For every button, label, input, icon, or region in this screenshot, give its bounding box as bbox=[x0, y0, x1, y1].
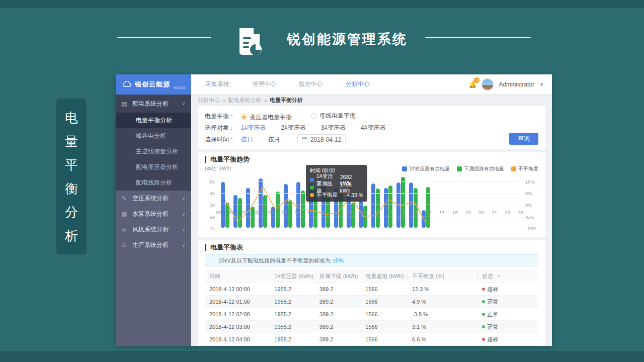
chart-unit-label: (单位: kWh) bbox=[205, 165, 231, 172]
sidebar-item-主进线需量分析[interactable]: 主进线需量分析 bbox=[116, 144, 191, 159]
status-text: 超标 bbox=[487, 286, 498, 293]
y-right-tick: -10% bbox=[525, 226, 536, 231]
app-window: 锐创云能源 V2.0.0 采集系统管理中心监控中心分析中心 🔔9 Adminis… bbox=[116, 74, 552, 346]
table-cell-sub: 389.2 bbox=[315, 311, 361, 318]
radio-变压器电量平衡[interactable]: 变压器电量平衡 bbox=[241, 113, 292, 122]
topnav-item[interactable]: 分析中心 bbox=[346, 80, 370, 88]
breadcrumb-item[interactable]: 配电系统分析 bbox=[228, 97, 261, 104]
sidebar-item-配电线路分析[interactable]: 配电线路分析 bbox=[116, 175, 191, 191]
x-tick-label: 08 bbox=[317, 210, 330, 215]
sidebar-group-空压系统分析[interactable]: ✎空压系统分析∨ bbox=[116, 191, 191, 206]
chart-legend: 1#变压器有功电量下属线路有功电量不平衡度 bbox=[402, 165, 538, 172]
tooltip-marker bbox=[310, 178, 314, 182]
time-mode-按日[interactable]: 按日 bbox=[241, 136, 253, 143]
table-row: 2018-4-12 02:001955.2389.21566-3.8 %正常 bbox=[205, 308, 538, 321]
vertical-label-char: 平 bbox=[65, 158, 78, 171]
clock-icon: ◎ bbox=[122, 226, 128, 233]
radio-dot bbox=[311, 113, 317, 119]
top-band bbox=[0, 0, 644, 8]
breadcrumb-item: 电量平衡分析 bbox=[270, 97, 303, 104]
gridline bbox=[219, 217, 520, 217]
table-cell-transformer: 1955.2 bbox=[270, 286, 315, 293]
y-right-tick: 5% bbox=[525, 191, 532, 196]
query-button[interactable]: 查询 bbox=[509, 133, 538, 145]
gridline bbox=[219, 205, 520, 205]
status-text: 正常 bbox=[487, 299, 498, 305]
status-text: 正常 bbox=[487, 324, 498, 330]
topnav-item[interactable]: 管理中心 bbox=[252, 80, 276, 88]
object-option-4#变压器[interactable]: 4#变压器 bbox=[361, 124, 385, 131]
table-cell-time: 2018-4-12 03:00 bbox=[205, 324, 270, 330]
table-cell-transformer: 1955.2 bbox=[270, 299, 315, 305]
topnav-item[interactable]: 监控中心 bbox=[299, 80, 323, 88]
legend-swatch bbox=[457, 166, 462, 171]
bottom-band bbox=[0, 351, 644, 362]
legend-item-不平衡度[interactable]: 不平衡度 bbox=[511, 165, 538, 172]
tooltip-label: 不平衡度 bbox=[316, 192, 338, 199]
chevron-down-icon: ∨ bbox=[182, 243, 185, 248]
table-cell-time: 2018-4-12 02:00 bbox=[205, 311, 270, 318]
filter-row-object: 选择对象： 1#变压器2#变压器3#变压器4#变压器 bbox=[205, 123, 538, 133]
sidebar-item-电量平衡分析[interactable]: 电量平衡分析 bbox=[116, 113, 191, 128]
sidebar-group-风机系统分析[interactable]: ◎风机系统分析∨ bbox=[116, 222, 191, 237]
table-row: 2018-4-12 03:001955.2389.215663.1 %正常 bbox=[205, 321, 538, 333]
notification-bell-icon[interactable]: 🔔9 bbox=[468, 80, 476, 88]
table-header-cell: 不平衡度 (%) bbox=[408, 273, 477, 280]
sidebar-item-峰谷电分析[interactable]: 峰谷电分析 bbox=[116, 128, 191, 144]
radio-label: 母线电量平衡 bbox=[319, 112, 356, 120]
x-tick-label: 14 bbox=[396, 210, 409, 215]
table-icon: ▦ bbox=[122, 211, 128, 217]
date-picker-input[interactable]: 2018-04-12 bbox=[297, 134, 346, 145]
x-tick-label: 17 bbox=[435, 210, 448, 215]
sidebar-item-配电变压器分析[interactable]: 配电变压器分析 bbox=[116, 159, 191, 175]
legend-item-下属线路有功电量[interactable]: 下属线路有功电量 bbox=[457, 165, 504, 172]
table-cell-diff: 1566 bbox=[361, 299, 408, 305]
table-header-cell[interactable]: 状态▼ bbox=[477, 273, 538, 280]
table-cell-status: 正常 bbox=[477, 324, 538, 330]
sidebar-group-生产系统分析[interactable]: ⚠生产系统分析∨ bbox=[116, 237, 191, 253]
notification-badge: 9 bbox=[474, 77, 479, 83]
sort-chevron-down-icon[interactable]: ▼ bbox=[497, 273, 500, 280]
chevron-down-icon: ∨ bbox=[182, 101, 185, 106]
sidebar-group-水泵系统分析[interactable]: ▦水泵系统分析∨ bbox=[116, 206, 191, 222]
table-title: 电量平衡表 bbox=[205, 244, 538, 251]
cloud-icon bbox=[123, 80, 131, 88]
sidebar: ▤配电系统分析∨电量平衡分析峰谷电分析主进线需量分析配电变压器分析配电线路分析✎… bbox=[116, 95, 191, 346]
object-option-2#变压器[interactable]: 2#变压器 bbox=[281, 124, 305, 131]
table-cell-unbalance: 4.9 % bbox=[408, 299, 477, 305]
object-option-1#变压器[interactable]: 1#变压器 bbox=[241, 124, 266, 131]
breadcrumb-item[interactable]: 分析中心 bbox=[198, 97, 220, 104]
radio-label: 变压器电量平衡 bbox=[250, 113, 292, 122]
x-tick-label: 09 bbox=[330, 210, 343, 215]
table-cell-diff: 1566 bbox=[361, 286, 408, 293]
y-right-tick: 10% bbox=[525, 178, 535, 184]
x-tick-label: 13 bbox=[383, 210, 396, 215]
user-menu-chevron-down-icon[interactable]: ▼ bbox=[539, 82, 544, 87]
legend-item-1#变压器有功电量[interactable]: 1#变压器有功电量 bbox=[402, 165, 450, 172]
table-cell-sub: 389.2 bbox=[315, 324, 361, 330]
chart-tooltip: 时间 08:00 1#变压器2682 kWh下属线路1766 kWh不平衡度-4… bbox=[306, 165, 367, 202]
topnav-item[interactable]: 采集系统 bbox=[205, 80, 229, 88]
table-row: 2018-4-12 00:001955.2389.2156612.3 %超标 bbox=[205, 283, 538, 296]
object-option-3#变压器[interactable]: 3#变压器 bbox=[321, 124, 346, 131]
user-avatar[interactable] bbox=[481, 78, 494, 90]
table-header-cell: 电量差值 (kWh) bbox=[361, 273, 408, 280]
table-cell-transformer: 1955.2 bbox=[270, 336, 315, 343]
radio-母线电量平衡[interactable]: 母线电量平衡 bbox=[311, 112, 356, 120]
status-dot bbox=[482, 288, 485, 291]
legend-label: 1#变压器有功电量 bbox=[409, 165, 450, 172]
y-left-tick: 1k bbox=[210, 226, 215, 231]
chart-card: 电量平衡趋势 (单位: kWh) 1#变压器有功电量下属线路有功电量不平衡度 5… bbox=[198, 152, 545, 237]
table-card: 电量平衡表 10kV及以下配电线路的电量不平衡度的标准为 ±5% 时间1#变压器… bbox=[198, 240, 545, 346]
app-logo[interactable]: 锐创云能源 V2.0.0 bbox=[116, 74, 191, 95]
x-tick-label: 03 bbox=[251, 210, 264, 215]
balance-table: 时间1#变压器 (kWh)所属下级 (kWh)电量差值 (kWh)不平衡度 (%… bbox=[205, 270, 538, 346]
tooltip-marker bbox=[310, 193, 314, 197]
x-tick-label: 02 bbox=[238, 210, 251, 215]
sidebar-group-配电系统分析[interactable]: ▤配电系统分析∨ bbox=[116, 95, 191, 113]
y-left-tick: 3k bbox=[210, 202, 215, 208]
y-left-tick: 4k bbox=[210, 191, 215, 196]
time-mode-按月[interactable]: 按月 bbox=[268, 136, 280, 143]
y-left-tick: 5k bbox=[210, 178, 215, 184]
chevron-down-icon: ∨ bbox=[182, 196, 185, 201]
